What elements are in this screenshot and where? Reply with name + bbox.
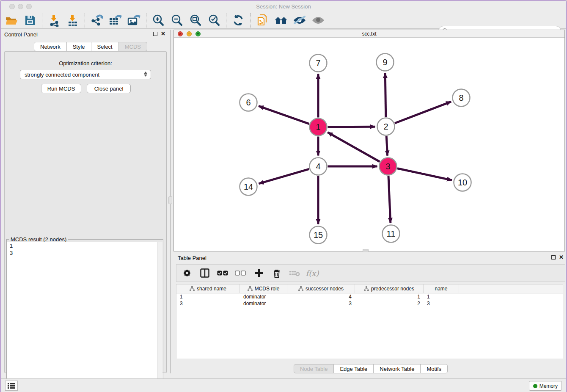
toolbar-separator xyxy=(146,13,146,28)
column-header-shared-name[interactable]: shared name xyxy=(176,284,240,293)
tab-node-table[interactable]: Node Table xyxy=(294,364,334,373)
graph-node-label: 1 xyxy=(316,122,320,132)
function-builder-icon[interactable]: f(x) xyxy=(306,267,319,279)
delete-column-icon[interactable] xyxy=(270,267,283,279)
graph-node-label: 7 xyxy=(316,58,320,68)
tab-network[interactable]: Network xyxy=(34,42,67,51)
gear-icon[interactable] xyxy=(181,267,193,279)
refresh-icon[interactable] xyxy=(231,13,245,28)
control-panel-title: Control Panel xyxy=(4,31,38,38)
toolbar-separator xyxy=(42,13,42,28)
horizontal-splitter-handle[interactable] xyxy=(363,249,369,252)
optimization-criterion-select[interactable]: strongly connected component xyxy=(20,70,151,79)
new-network-from-selection-icon[interactable] xyxy=(255,13,270,28)
graph-node-label: 15 xyxy=(314,230,323,240)
cell-shared-name: 3 xyxy=(176,300,240,307)
table-scrollbar[interactable] xyxy=(563,284,567,359)
tab-style[interactable]: Style xyxy=(67,42,91,51)
titlebar: Session: New Session xyxy=(1,1,566,12)
table-row[interactable]: 3 dominator 3 2 3 xyxy=(176,300,565,307)
tab-network-table[interactable]: Network Table xyxy=(374,364,421,373)
import-table-icon[interactable] xyxy=(66,13,80,28)
toolbar-separator xyxy=(85,13,85,28)
close-table-panel-icon[interactable]: ✕ xyxy=(559,254,564,260)
result-scrollbar[interactable] xyxy=(157,242,162,392)
tab-edge-table[interactable]: Edge Table xyxy=(334,364,374,373)
tab-select[interactable]: Select xyxy=(91,42,119,51)
graph-edge-3-10[interactable] xyxy=(397,168,452,180)
column-header-successor-nodes[interactable]: successor nodes xyxy=(287,284,355,293)
memory-status-icon xyxy=(533,384,537,388)
graph-edge-3-11[interactable] xyxy=(388,176,391,223)
cell-mcds-role: dominator xyxy=(240,293,287,300)
hide-eye-icon[interactable] xyxy=(292,13,307,28)
graph-edge-2-9[interactable] xyxy=(385,73,385,117)
optimization-criterion-value: strongly connected component xyxy=(25,72,99,78)
graph-node-label: 4 xyxy=(316,162,320,171)
float-table-panel-icon[interactable] xyxy=(551,255,556,259)
float-panel-icon[interactable] xyxy=(153,32,157,36)
node-table[interactable]: shared name MCDS role successor nodes pr… xyxy=(176,284,565,359)
zoom-out-icon[interactable] xyxy=(170,13,184,28)
vertical-splitter[interactable] xyxy=(170,30,173,373)
graph-edge-1-2[interactable] xyxy=(328,127,375,127)
zoom-in-icon[interactable] xyxy=(151,13,165,28)
graph-node-label: 6 xyxy=(246,98,250,107)
column-header-name[interactable]: name xyxy=(424,284,459,293)
network-window-titlebar[interactable]: × − + scc.txt xyxy=(174,30,564,38)
select-all-icon[interactable] xyxy=(216,267,229,279)
splitter-handle[interactable] xyxy=(168,196,172,204)
open-session-icon[interactable] xyxy=(4,13,19,28)
mcds-result-title: MCDS result (2 nodes) xyxy=(9,236,68,243)
table-panel: Table Panel ✕ xyxy=(173,253,567,378)
graph-node-label: 8 xyxy=(459,93,463,102)
home-icon[interactable] xyxy=(274,13,288,28)
deselect-all-icon[interactable] xyxy=(234,267,247,279)
application-window: Session: New Session xyxy=(0,0,567,392)
close-panel-icon[interactable]: ✕ xyxy=(161,30,165,37)
graph-edge-2-3[interactable] xyxy=(386,136,387,155)
graph-edge-2-8[interactable] xyxy=(395,102,451,123)
graph-edge-3-1[interactable] xyxy=(328,133,380,162)
sort-tree-icon xyxy=(298,286,303,291)
fx-label: f(x) xyxy=(306,269,319,278)
sort-tree-icon xyxy=(190,286,195,291)
window-title: Session: New Session xyxy=(1,3,566,10)
table-tabs: Node Table Edge Table Network Table Moti… xyxy=(173,364,567,373)
add-column-icon[interactable] xyxy=(253,267,265,279)
memory-button[interactable]: Memory xyxy=(529,381,562,391)
export-network-icon[interactable] xyxy=(90,13,104,28)
save-session-icon[interactable] xyxy=(23,13,37,28)
table-header-row: shared name MCDS role successor nodes pr… xyxy=(176,284,565,293)
control-panel-tabs: Network Style Select MCDS xyxy=(34,42,147,51)
zoom-fit-icon[interactable] xyxy=(188,13,203,28)
network-graph[interactable]: 7968124314101511 xyxy=(174,38,564,251)
network-view-window: × − + scc.txt 7968124314101511 xyxy=(173,30,565,251)
run-mcds-button[interactable]: Run MCDS xyxy=(41,84,81,93)
graph-edge-4-14[interactable] xyxy=(259,169,309,184)
delete-table-icon[interactable] xyxy=(288,267,301,279)
column-header-mcds-role[interactable]: MCDS role xyxy=(240,284,287,293)
mcds-result-group: MCDS result (2 nodes) 1 3 xyxy=(6,239,163,392)
tab-mcds[interactable]: MCDS xyxy=(119,42,147,51)
columns-icon[interactable] xyxy=(198,267,211,279)
export-image-icon[interactable] xyxy=(127,13,141,28)
main-toolbar xyxy=(1,12,566,29)
graph-node-label: 10 xyxy=(458,178,467,187)
mcds-result-textarea[interactable]: 1 3 xyxy=(7,242,162,392)
close-panel-button[interactable]: Close panel xyxy=(87,84,131,93)
tab-motifs[interactable]: Motifs xyxy=(421,364,448,373)
cell-successor-nodes: 4 xyxy=(287,293,355,300)
list-icon xyxy=(8,383,15,389)
zoom-selected-icon[interactable] xyxy=(207,13,221,28)
export-table-icon[interactable] xyxy=(108,13,123,28)
cell-predecessor-nodes: 2 xyxy=(355,300,424,307)
mcds-result-line: 1 xyxy=(7,242,162,249)
table-row[interactable]: 1 dominator 4 1 1 xyxy=(176,293,565,300)
column-header-predecessor-nodes[interactable]: predecessor nodes xyxy=(355,284,424,293)
graph-edge-1-6[interactable] xyxy=(259,106,309,124)
show-eye-icon[interactable] xyxy=(311,13,325,28)
network-canvas[interactable]: 7968124314101511 xyxy=(174,38,564,251)
import-network-icon[interactable] xyxy=(47,13,61,28)
task-history-button[interactable] xyxy=(5,381,18,391)
